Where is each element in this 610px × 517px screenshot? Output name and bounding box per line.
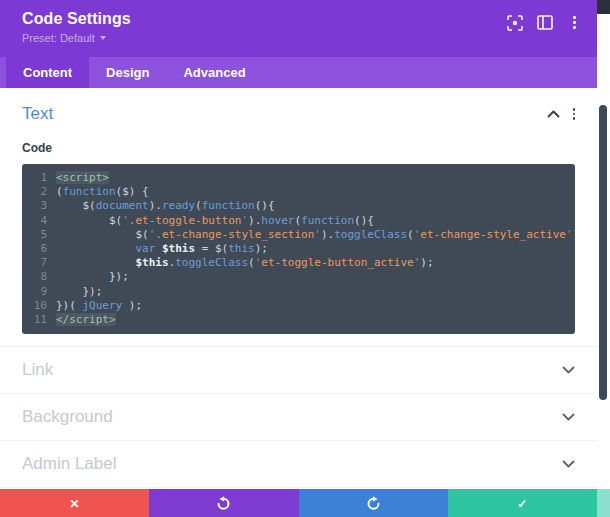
line-number: 3 bbox=[22, 199, 56, 213]
code-line: 8 }); bbox=[22, 270, 575, 284]
code-line: 4 $('.et-toggle-button').hover(function(… bbox=[22, 214, 575, 228]
chevron-down-icon bbox=[562, 366, 575, 374]
kebab-menu-icon[interactable] bbox=[566, 14, 583, 31]
code-editor[interactable]: 1 <script> 2 (function($) { 3 $(document… bbox=[22, 164, 575, 334]
code-line: 6 var $this = $(this); bbox=[22, 242, 575, 256]
scrollbar-thumb[interactable] bbox=[599, 105, 607, 400]
text-section-header: Text bbox=[22, 104, 575, 124]
kebab-menu-icon[interactable] bbox=[573, 108, 575, 120]
code-line: 5 $('.et-change-style_section').toggleCl… bbox=[22, 228, 575, 242]
code-settings-modal: Code Settings Preset: Default bbox=[0, 0, 610, 517]
code-line: 2 (function($) { bbox=[22, 185, 575, 199]
line-number: 2 bbox=[22, 185, 56, 199]
sidebar-layout-icon[interactable] bbox=[536, 14, 553, 31]
preset-label: Preset: Default bbox=[22, 32, 95, 44]
redo-icon bbox=[366, 496, 381, 511]
settings-content: Text Code 1 <script> 2 bbox=[0, 88, 597, 489]
scrollbar-corner bbox=[597, 0, 610, 14]
x-icon: ✕ bbox=[70, 496, 80, 511]
code-line: 7 $this.toggleClass('et-toggle-button_ac… bbox=[22, 256, 575, 270]
section-label-link: Link bbox=[22, 360, 53, 380]
code-line: 1 <script> bbox=[22, 171, 575, 185]
line-number: 7 bbox=[22, 256, 56, 270]
tab-advanced[interactable]: Advanced bbox=[166, 57, 262, 88]
code-line: 10 })( jQuery ); bbox=[22, 299, 575, 313]
cancel-button[interactable]: ✕ bbox=[0, 489, 149, 517]
tab-label: Design bbox=[106, 65, 149, 80]
tab-design[interactable]: Design bbox=[89, 57, 166, 88]
line-number: 11 bbox=[22, 313, 56, 327]
code-line: 11 </script> bbox=[22, 313, 575, 327]
chevron-down-icon bbox=[562, 413, 575, 421]
modal-footer: ✕✓ bbox=[0, 489, 597, 517]
text-section-title[interactable]: Text bbox=[22, 104, 53, 124]
code-line: 3 $(document).ready(function(){ bbox=[22, 199, 575, 213]
scrollbar-footer-tint bbox=[597, 489, 610, 517]
section-row-admin-label[interactable]: Admin Label bbox=[0, 441, 597, 488]
tab-bar: ContentDesignAdvanced bbox=[0, 57, 597, 88]
scrollbar-track[interactable] bbox=[597, 0, 610, 517]
line-number: 8 bbox=[22, 270, 56, 284]
preset-selector[interactable]: Preset: Default bbox=[22, 32, 106, 44]
header-toolbar bbox=[506, 10, 583, 57]
tab-content[interactable]: Content bbox=[6, 57, 89, 88]
caret-down-icon bbox=[100, 36, 106, 40]
line-number: 9 bbox=[22, 285, 56, 299]
modal-header: Code Settings Preset: Default bbox=[0, 0, 597, 57]
code-field-label: Code bbox=[22, 141, 575, 155]
section-label-background: Background bbox=[22, 407, 113, 427]
code-line: 9 }); bbox=[22, 285, 575, 299]
redo-button[interactable] bbox=[299, 489, 448, 517]
collapsed-sections: Link Background Admin Label bbox=[0, 347, 597, 488]
save-button[interactable]: ✓ bbox=[448, 489, 597, 517]
chevron-down-icon bbox=[562, 460, 575, 468]
tab-label: Content bbox=[23, 65, 72, 80]
line-number: 4 bbox=[22, 214, 56, 228]
page-title: Code Settings bbox=[22, 10, 131, 28]
text-section: Text Code 1 <script> 2 bbox=[0, 88, 597, 347]
header-titles: Code Settings Preset: Default bbox=[22, 10, 131, 57]
tab-label: Advanced bbox=[183, 65, 245, 80]
check-icon: ✓ bbox=[517, 496, 527, 511]
section-label-admin-label: Admin Label bbox=[22, 454, 117, 474]
line-number: 5 bbox=[22, 228, 56, 242]
text-section-controls bbox=[547, 108, 575, 120]
line-number: 1 bbox=[22, 171, 56, 185]
undo-icon bbox=[216, 496, 231, 511]
section-row-link[interactable]: Link bbox=[0, 347, 597, 394]
undo-button[interactable] bbox=[149, 489, 298, 517]
line-number: 6 bbox=[22, 242, 56, 256]
chevron-up-icon[interactable] bbox=[547, 110, 560, 118]
line-number: 10 bbox=[22, 299, 56, 313]
modal-main-column: Code Settings Preset: Default bbox=[0, 0, 597, 517]
expand-icon[interactable] bbox=[506, 14, 523, 31]
section-row-background[interactable]: Background bbox=[0, 394, 597, 441]
